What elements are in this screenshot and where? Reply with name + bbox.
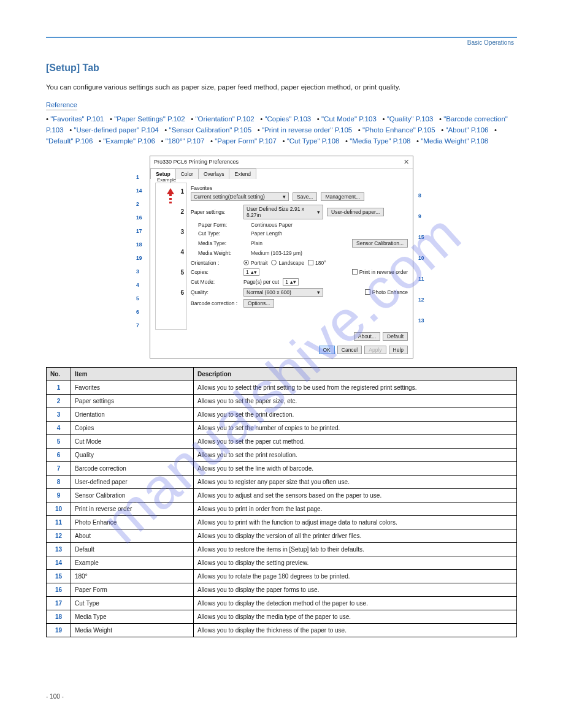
cell-item: Paper settings <box>71 394 194 408</box>
callout-left: 14 <box>136 188 142 194</box>
tab-overlays[interactable]: Overlays <box>198 169 230 179</box>
options-button[interactable]: Options... <box>243 299 274 308</box>
table-row: 11 Photo Enhance Allows you to print wit… <box>47 515 517 529</box>
table-row: 18 Media Type Allows you to display the … <box>47 610 517 623</box>
tab-color[interactable]: Color <box>175 169 199 179</box>
arrow-stem <box>169 194 172 204</box>
callout-right: 15 <box>418 234 424 240</box>
preview-tick: 1 <box>180 188 184 195</box>
radio-landscape[interactable]: Landscape <box>271 260 304 266</box>
header-rule <box>46 37 517 38</box>
cell-no: 12 <box>47 529 71 542</box>
save-button[interactable]: Save... <box>293 192 317 201</box>
cell-item: Example <box>71 556 194 569</box>
cell-item: Paper Form <box>71 583 194 596</box>
ok-button[interactable]: OK <box>319 346 335 354</box>
cell-no: 3 <box>47 408 71 421</box>
cut-type-value: Paper Length <box>251 230 282 237</box>
management-button[interactable]: Management... <box>321 192 364 201</box>
cell-item: Print in reverse order <box>71 502 194 515</box>
cell-item: Photo Enhance <box>71 515 194 529</box>
cell-item: Barcode correction <box>71 461 194 475</box>
callout-left: 18 <box>136 241 142 248</box>
media-weight-value: Medium (103-129 μm) <box>251 250 302 256</box>
cell-item: Default <box>71 542 194 556</box>
preview-tick: 6 <box>180 289 184 296</box>
table-row: 9 Sensor Calibration Allows you to adjus… <box>47 488 517 502</box>
cell-desc: Allows you to display the setting previe… <box>194 556 517 569</box>
cell-desc: Allows you to display the version of all… <box>194 529 517 542</box>
cell-no: 6 <box>47 448 71 461</box>
copies-spinner[interactable]: 1▴▾ <box>243 268 259 276</box>
about-button[interactable]: About... <box>354 332 380 341</box>
radio-portrait[interactable]: Portrait <box>243 260 267 266</box>
sensor-calibration-button[interactable]: Sensor Calibration... <box>352 239 408 248</box>
up-arrow-icon <box>167 188 174 194</box>
table-row: 6 Quality Allows you to set the print re… <box>47 448 517 461</box>
callout-left: 5 <box>136 295 139 301</box>
cell-no: 17 <box>47 596 71 610</box>
callout-right: 9 <box>418 213 421 219</box>
cutmode-spinner[interactable]: 1▴▾ <box>283 278 299 286</box>
table-row: 13 Default Allows you to restore the ite… <box>47 542 517 556</box>
help-button[interactable]: Help <box>389 346 408 354</box>
references-list: • "Favorites" P.101 • "Paper Settings" P… <box>46 114 517 146</box>
callout-left: 16 <box>136 214 142 221</box>
user-defined-paper-button[interactable]: User-defined paper... <box>327 208 384 216</box>
cell-no: 19 <box>47 623 71 637</box>
checkbox-reverse-order[interactable]: Print in reverse order <box>352 269 408 275</box>
cell-no: 4 <box>47 421 71 434</box>
cell-desc: Allows you to set the print resolution. <box>194 448 517 461</box>
cell-desc: Allows you to print with the function to… <box>194 515 517 529</box>
table-row: 15 180° Allows you to rotate the page 18… <box>47 569 517 583</box>
callout-right: 13 <box>418 317 424 324</box>
cancel-button[interactable]: Cancel <box>337 346 362 354</box>
dialog-title: Pro330 PCL6 Printing Preferences <box>154 159 239 165</box>
tab-extend[interactable]: Extend <box>229 169 256 179</box>
preview-tick: 2 <box>180 208 184 215</box>
cell-desc: Allows you to display the paper forms to… <box>194 583 517 596</box>
cell-item: 180° <box>71 569 194 583</box>
cut-type-label: Cut Type: <box>198 230 247 237</box>
cell-no: 13 <box>47 542 71 556</box>
favorites-select[interactable]: Current setting(Default setting)▾ <box>191 192 289 201</box>
cutmode-label: Cut Mode: <box>191 279 240 285</box>
checkbox-photo-enhance[interactable]: Photo Enhance <box>365 289 408 295</box>
paper-form-label: Paper Form: <box>198 222 247 228</box>
media-type-label: Media Type: <box>198 240 247 246</box>
preview-panel: 1 2 3 4 5 6 Example <box>155 183 187 330</box>
callout-right: 12 <box>418 297 424 303</box>
quality-select[interactable]: Normal (600 x 600)▾ <box>243 288 323 297</box>
reference-heading: Reference <box>46 101 77 110</box>
barcode-label: Barcode correction : <box>191 300 240 306</box>
apply-button[interactable]: Apply <box>364 346 386 354</box>
default-button[interactable]: Default <box>383 332 408 341</box>
quality-label: Quality: <box>191 289 240 295</box>
callout-left: 4 <box>136 282 139 288</box>
callout-left: 1 <box>136 174 139 180</box>
cell-no: 2 <box>47 394 71 408</box>
print-prefs-dialog: Pro330 PCL6 Printing Preferences ✕ Setup… <box>150 156 413 358</box>
table-row: 1 Favorites Allows you to select the pri… <box>47 381 517 394</box>
preview-tick: 5 <box>180 269 184 276</box>
callout-right: 11 <box>418 276 424 282</box>
cell-no: 15 <box>47 569 71 583</box>
table-row: 3 Orientation Allows you to set the prin… <box>47 408 517 421</box>
table-row: 8 User-defined paper Allows you to regis… <box>47 475 517 488</box>
table-row: 7 Barcode correction Allows you to set t… <box>47 461 517 475</box>
col-desc: Description <box>194 367 517 381</box>
cell-no: 11 <box>47 515 71 529</box>
cell-desc: Allows you to display the detection meth… <box>194 596 517 610</box>
intro-text: You can configure various settings such … <box>46 82 517 93</box>
callout-left: 2 <box>136 201 139 207</box>
cell-no: 8 <box>47 475 71 488</box>
cell-desc: Allows you to register any paper size th… <box>194 475 517 488</box>
table-row: 2 Paper settings Allows you to set the p… <box>47 394 517 408</box>
checkbox-180[interactable]: 180° <box>308 260 326 266</box>
close-icon[interactable]: ✕ <box>404 158 409 166</box>
cell-item: About <box>71 529 194 542</box>
cell-desc: Allows you to set the number of copies t… <box>194 421 517 434</box>
paper-settings-select[interactable]: User Defined Size 2.91 x 8.27in▾ <box>243 205 323 219</box>
cell-desc: Allows you to adjust and set the sensors… <box>194 488 517 502</box>
table-row: 12 About Allows you to display the versi… <box>47 529 517 542</box>
